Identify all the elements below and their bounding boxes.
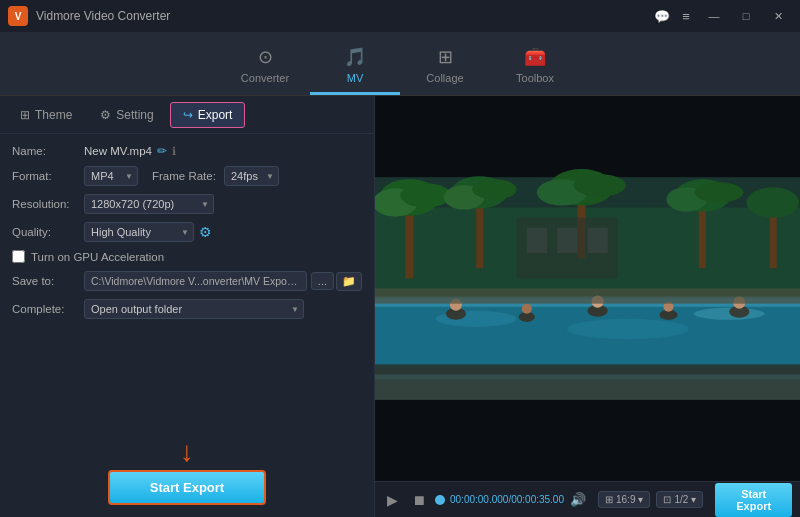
tab-mv-label: MV	[347, 72, 364, 84]
tab-setting[interactable]: ⚙ Setting	[88, 103, 165, 127]
aspect-ratio-button[interactable]: ⊞ 16:9 ▾	[598, 491, 650, 508]
video-preview	[375, 96, 800, 481]
menu-icon[interactable]: ≡	[676, 6, 696, 26]
complete-row: Complete: Open output folderDo nothing	[12, 299, 362, 319]
close-button[interactable]: ✕	[764, 6, 792, 26]
resolution-row: Resolution: 1280x720 (720p)1920x1080 (10…	[12, 194, 362, 214]
svg-rect-23	[588, 228, 608, 253]
maximize-button[interactable]: □	[732, 6, 760, 26]
quality-gear-icon[interactable]: ⚙	[199, 224, 212, 240]
quality-select-wrapper: High QualityStandard	[84, 222, 194, 242]
svg-point-28	[694, 308, 765, 320]
play-button[interactable]: ▶	[383, 490, 402, 510]
resolution-select[interactable]: 1280x720 (720p)1920x1080 (1080p)	[84, 194, 214, 214]
form-area: Name: New MV.mp4 ✏ ℹ Format: MP4MOVAVI F…	[0, 134, 374, 434]
left-panel: ⊞ Theme ⚙ Setting ↪ Export Name: New MV.…	[0, 96, 375, 517]
svg-point-13	[573, 174, 626, 196]
svg-rect-21	[527, 228, 547, 253]
titlebar-controls: 💬 ≡ — □ ✕	[652, 6, 792, 26]
info-icon[interactable]: ℹ	[172, 145, 176, 158]
svg-rect-39	[375, 289, 800, 304]
tab-theme[interactable]: ⊞ Theme	[8, 103, 84, 127]
chat-icon[interactable]: 💬	[652, 6, 672, 26]
time-display: 00:00:00.000/00:00:35.00	[450, 494, 564, 505]
tab-collage-label: Collage	[426, 72, 463, 84]
collage-icon: ⊞	[438, 46, 453, 68]
browse-button[interactable]: ...	[311, 272, 334, 290]
toolbox-icon: 🧰	[524, 46, 546, 68]
svg-rect-22	[557, 228, 577, 253]
svg-point-5	[400, 183, 451, 207]
framerate-select-wrapper: 24fps30fps60fps	[224, 166, 279, 186]
tab-theme-label: Theme	[35, 108, 72, 122]
svg-point-27	[567, 319, 688, 339]
tab-export-label: Export	[198, 108, 233, 122]
start-export-sm-button[interactable]: Start Export	[715, 483, 792, 517]
quality-label: Quality:	[12, 226, 84, 238]
framerate-label: Frame Rate:	[152, 170, 224, 182]
svg-point-9	[472, 179, 517, 199]
tab-mv[interactable]: 🎵 MV	[310, 37, 400, 95]
export-section: ↓ Start Export	[0, 434, 374, 517]
tab-collage[interactable]: ⊞ Collage	[400, 37, 490, 95]
mv-icon: 🎵	[344, 46, 366, 68]
save-path: C:\Vidmore\Vidmore V...onverter\MV Expor…	[84, 271, 307, 291]
svg-point-32	[522, 304, 532, 314]
gpu-row: Turn on GPU Acceleration	[12, 250, 362, 263]
format-select[interactable]: MP4MOVAVI	[84, 166, 138, 186]
complete-label: Complete:	[12, 303, 84, 315]
framerate-select[interactable]: 24fps30fps60fps	[224, 166, 279, 186]
stop-button[interactable]: ⏹	[408, 490, 430, 510]
right-panel: ▶ ⏹ 00:00:00.000/00:00:35.00 🔊 ⊞ 16:9 ▾ …	[375, 96, 800, 517]
format-label: Format:	[12, 170, 84, 182]
titlebar: V Vidmore Video Converter 💬 ≡ — □ ✕	[0, 0, 800, 32]
nav-tabs: ⊙ Converter 🎵 MV ⊞ Collage 🧰 Toolbox	[0, 32, 800, 96]
speed-button[interactable]: ⊡ 1/2 ▾	[656, 491, 703, 508]
tab-toolbox[interactable]: 🧰 Toolbox	[490, 37, 580, 95]
speed-chevron-icon: ▾	[691, 494, 696, 505]
controls-bar: ▶ ⏹ 00:00:00.000/00:00:35.00 🔊 ⊞ 16:9 ▾ …	[375, 481, 800, 517]
quality-row: Quality: High QualityStandard ⚙	[12, 222, 362, 242]
resolution-label: Resolution:	[12, 198, 84, 210]
svg-point-19	[746, 187, 799, 217]
aspect-chevron-icon: ▾	[638, 494, 643, 505]
format-row: Format: MP4MOVAVI Frame Rate: 24fps30fps…	[12, 166, 362, 186]
tab-converter[interactable]: ⊙ Converter	[220, 37, 310, 95]
main-area: ⊞ Theme ⚙ Setting ↪ Export Name: New MV.…	[0, 96, 800, 517]
volume-icon[interactable]: 🔊	[570, 492, 586, 507]
tab-toolbox-label: Toolbox	[516, 72, 554, 84]
setting-gear-icon: ⚙	[100, 108, 111, 122]
speed-value: 1/2	[674, 494, 688, 505]
tab-setting-label: Setting	[116, 108, 153, 122]
tab-export[interactable]: ↪ Export	[170, 102, 246, 128]
aspect-ratio-icon: ⊞	[605, 494, 613, 505]
converter-icon: ⊙	[258, 46, 273, 68]
titlebar-left: V Vidmore Video Converter	[8, 6, 170, 26]
arrow-down-icon: ↓	[180, 438, 194, 466]
gpu-label: Turn on GPU Acceleration	[31, 251, 164, 263]
start-export-button[interactable]: Start Export	[108, 470, 266, 505]
complete-select-wrapper: Open output folderDo nothing	[84, 299, 304, 319]
svg-point-17	[695, 182, 744, 202]
aspect-ratio-value: 16:9	[616, 494, 635, 505]
theme-grid-icon: ⊞	[20, 108, 30, 122]
video-scene	[375, 96, 800, 481]
name-value: New MV.mp4 ✏ ℹ	[84, 144, 176, 158]
gpu-checkbox[interactable]	[12, 250, 25, 263]
name-text: New MV.mp4	[84, 145, 152, 157]
progress-dot	[435, 495, 445, 505]
edit-name-icon[interactable]: ✏	[157, 144, 167, 158]
name-label: Name:	[12, 145, 84, 157]
export-arrow-icon: ↪	[183, 108, 193, 122]
complete-select[interactable]: Open output folderDo nothing	[84, 299, 304, 319]
resolution-select-wrapper: 1280x720 (720p)1920x1080 (1080p)	[84, 194, 214, 214]
name-row: Name: New MV.mp4 ✏ ℹ	[12, 144, 362, 158]
minimize-button[interactable]: —	[700, 6, 728, 26]
speed-icon: ⊡	[663, 494, 671, 505]
quality-select[interactable]: High QualityStandard	[84, 222, 194, 242]
saveto-row: Save to: C:\Vidmore\Vidmore V...onverter…	[12, 271, 362, 291]
titlebar-title: Vidmore Video Converter	[36, 9, 170, 23]
saveto-label: Save to:	[12, 275, 84, 287]
tab-converter-label: Converter	[241, 72, 289, 84]
folder-button[interactable]: 📁	[336, 272, 362, 291]
